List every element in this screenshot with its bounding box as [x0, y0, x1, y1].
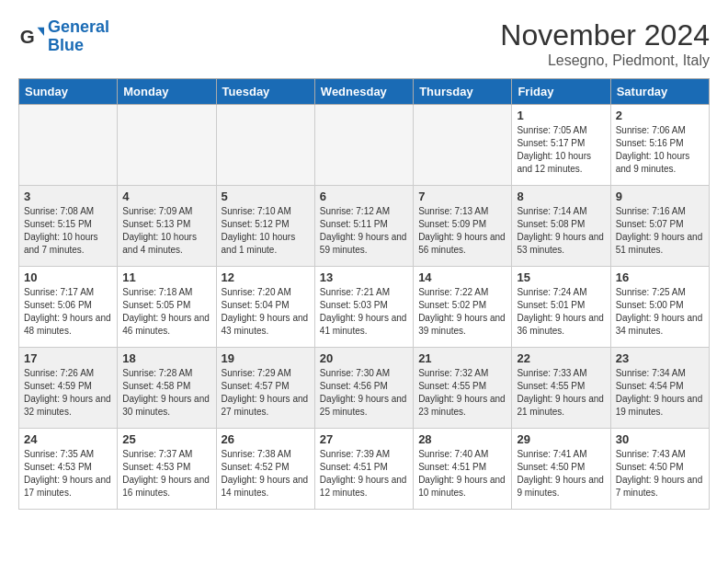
- header: G General Blue November 2024 Lesegno, Pi…: [18, 18, 710, 69]
- day-info: Sunrise: 7:32 AM Sunset: 4:55 PM Dayligh…: [418, 367, 506, 419]
- day-info: Sunrise: 7:34 AM Sunset: 4:54 PM Dayligh…: [616, 367, 704, 419]
- calendar-header-thursday: Thursday: [414, 79, 512, 105]
- day-info: Sunrise: 7:37 AM Sunset: 4:53 PM Dayligh…: [122, 448, 210, 500]
- day-info: Sunrise: 7:29 AM Sunset: 4:57 PM Dayligh…: [222, 367, 310, 419]
- day-info: Sunrise: 7:13 AM Sunset: 5:09 PM Dayligh…: [418, 205, 506, 257]
- day-info: Sunrise: 7:20 AM Sunset: 5:04 PM Dayligh…: [222, 286, 310, 338]
- day-info: Sunrise: 7:12 AM Sunset: 5:11 PM Dayligh…: [320, 205, 408, 257]
- logo: G General Blue: [18, 18, 109, 55]
- svg-marker-1: [38, 28, 44, 36]
- day-info: Sunrise: 7:40 AM Sunset: 4:51 PM Dayligh…: [418, 448, 506, 500]
- calendar-cell: 19Sunrise: 7:29 AM Sunset: 4:57 PM Dayli…: [216, 348, 314, 429]
- day-number: 26: [222, 432, 310, 446]
- day-number: 11: [122, 270, 210, 284]
- calendar-cell: 20Sunrise: 7:30 AM Sunset: 4:56 PM Dayli…: [314, 348, 413, 429]
- day-info: Sunrise: 7:16 AM Sunset: 5:07 PM Dayligh…: [616, 205, 704, 257]
- day-number: 21: [418, 351, 506, 365]
- calendar-cell: [118, 105, 216, 186]
- day-number: 19: [222, 351, 310, 365]
- day-number: 20: [320, 351, 408, 365]
- calendar-cell: 13Sunrise: 7:21 AM Sunset: 5:03 PM Dayli…: [314, 267, 413, 348]
- calendar-cell: 6Sunrise: 7:12 AM Sunset: 5:11 PM Daylig…: [314, 186, 413, 267]
- day-info: Sunrise: 7:18 AM Sunset: 5:05 PM Dayligh…: [122, 286, 210, 338]
- calendar-cell: 7Sunrise: 7:13 AM Sunset: 5:09 PM Daylig…: [414, 186, 512, 267]
- day-info: Sunrise: 7:09 AM Sunset: 5:13 PM Dayligh…: [122, 205, 210, 257]
- calendar-cell: 23Sunrise: 7:34 AM Sunset: 4:54 PM Dayli…: [610, 348, 709, 429]
- day-number: 3: [24, 190, 112, 203]
- calendar-cell: 8Sunrise: 7:14 AM Sunset: 5:08 PM Daylig…: [512, 186, 610, 267]
- calendar-cell: 18Sunrise: 7:28 AM Sunset: 4:58 PM Dayli…: [118, 348, 216, 429]
- day-number: 7: [418, 190, 506, 203]
- day-number: 23: [616, 351, 704, 365]
- day-number: 8: [517, 190, 605, 203]
- day-number: 10: [24, 270, 112, 284]
- calendar-cell: 21Sunrise: 7:32 AM Sunset: 4:55 PM Dayli…: [414, 348, 512, 429]
- day-info: Sunrise: 7:24 AM Sunset: 5:01 PM Dayligh…: [517, 286, 605, 338]
- day-number: 13: [320, 270, 408, 284]
- calendar-cell: 2Sunrise: 7:06 AM Sunset: 5:16 PM Daylig…: [610, 105, 709, 186]
- title-area: November 2024 Lesegno, Piedmont, Italy: [500, 18, 710, 69]
- calendar-cell: 28Sunrise: 7:40 AM Sunset: 4:51 PM Dayli…: [414, 429, 512, 510]
- calendar-cell: 16Sunrise: 7:25 AM Sunset: 5:00 PM Dayli…: [610, 267, 709, 348]
- calendar-cell: 12Sunrise: 7:20 AM Sunset: 5:04 PM Dayli…: [216, 267, 314, 348]
- day-number: 29: [517, 432, 605, 446]
- day-number: 16: [616, 270, 704, 284]
- day-number: 5: [222, 190, 310, 203]
- day-number: 22: [517, 351, 605, 365]
- day-number: 28: [418, 432, 506, 446]
- day-number: 12: [222, 270, 310, 284]
- calendar-cell: 11Sunrise: 7:18 AM Sunset: 5:05 PM Dayli…: [118, 267, 216, 348]
- calendar-header-monday: Monday: [118, 79, 216, 105]
- svg-text:G: G: [20, 25, 35, 46]
- day-number: 17: [24, 351, 112, 365]
- day-info: Sunrise: 7:17 AM Sunset: 5:06 PM Dayligh…: [24, 286, 112, 338]
- calendar-cell: 14Sunrise: 7:22 AM Sunset: 5:02 PM Dayli…: [414, 267, 512, 348]
- calendar-cell: 26Sunrise: 7:38 AM Sunset: 4:52 PM Dayli…: [216, 429, 314, 510]
- calendar-cell: 30Sunrise: 7:43 AM Sunset: 4:50 PM Dayli…: [610, 429, 709, 510]
- day-number: 27: [320, 432, 408, 446]
- location-subtitle: Lesegno, Piedmont, Italy: [500, 52, 710, 69]
- day-number: 2: [616, 109, 704, 122]
- day-info: Sunrise: 7:38 AM Sunset: 4:52 PM Dayligh…: [222, 448, 310, 500]
- calendar-cell: 4Sunrise: 7:09 AM Sunset: 5:13 PM Daylig…: [118, 186, 216, 267]
- calendar-cell: [216, 105, 314, 186]
- day-number: 14: [418, 270, 506, 284]
- month-title: November 2024: [500, 18, 710, 52]
- calendar-cell: 15Sunrise: 7:24 AM Sunset: 5:01 PM Dayli…: [512, 267, 610, 348]
- calendar-cell: [19, 105, 118, 186]
- day-info: Sunrise: 7:22 AM Sunset: 5:02 PM Dayligh…: [418, 286, 506, 338]
- calendar-cell: 3Sunrise: 7:08 AM Sunset: 5:15 PM Daylig…: [19, 186, 118, 267]
- day-number: 15: [517, 270, 605, 284]
- day-number: 1: [517, 109, 605, 122]
- calendar-week-row: 24Sunrise: 7:35 AM Sunset: 4:53 PM Dayli…: [19, 429, 710, 510]
- day-info: Sunrise: 7:28 AM Sunset: 4:58 PM Dayligh…: [122, 367, 210, 419]
- calendar-cell: 27Sunrise: 7:39 AM Sunset: 4:51 PM Dayli…: [314, 429, 413, 510]
- calendar-week-row: 1Sunrise: 7:05 AM Sunset: 5:17 PM Daylig…: [19, 105, 710, 186]
- calendar-cell: 10Sunrise: 7:17 AM Sunset: 5:06 PM Dayli…: [19, 267, 118, 348]
- calendar-header-tuesday: Tuesday: [216, 79, 314, 105]
- day-number: 24: [24, 432, 112, 446]
- logo-text: General Blue: [48, 18, 109, 55]
- day-info: Sunrise: 7:06 AM Sunset: 5:16 PM Dayligh…: [616, 124, 704, 176]
- logo-icon: G: [18, 24, 44, 50]
- day-info: Sunrise: 7:25 AM Sunset: 5:00 PM Dayligh…: [616, 286, 704, 338]
- day-info: Sunrise: 7:21 AM Sunset: 5:03 PM Dayligh…: [320, 286, 408, 338]
- calendar-cell: 9Sunrise: 7:16 AM Sunset: 5:07 PM Daylig…: [610, 186, 709, 267]
- day-info: Sunrise: 7:08 AM Sunset: 5:15 PM Dayligh…: [24, 205, 112, 257]
- day-info: Sunrise: 7:43 AM Sunset: 4:50 PM Dayligh…: [616, 448, 704, 500]
- day-info: Sunrise: 7:39 AM Sunset: 4:51 PM Dayligh…: [320, 448, 408, 500]
- calendar-cell: 24Sunrise: 7:35 AM Sunset: 4:53 PM Dayli…: [19, 429, 118, 510]
- day-number: 4: [122, 190, 210, 203]
- day-info: Sunrise: 7:14 AM Sunset: 5:08 PM Dayligh…: [517, 205, 605, 257]
- day-info: Sunrise: 7:26 AM Sunset: 4:59 PM Dayligh…: [24, 367, 112, 419]
- calendar-week-row: 10Sunrise: 7:17 AM Sunset: 5:06 PM Dayli…: [19, 267, 710, 348]
- day-info: Sunrise: 7:33 AM Sunset: 4:55 PM Dayligh…: [517, 367, 605, 419]
- day-number: 18: [122, 351, 210, 365]
- calendar-header-friday: Friday: [512, 79, 610, 105]
- calendar-cell: 1Sunrise: 7:05 AM Sunset: 5:17 PM Daylig…: [512, 105, 610, 186]
- calendar-week-row: 17Sunrise: 7:26 AM Sunset: 4:59 PM Dayli…: [19, 348, 710, 429]
- calendar-header-wednesday: Wednesday: [314, 79, 413, 105]
- day-number: 30: [616, 432, 704, 446]
- calendar-week-row: 3Sunrise: 7:08 AM Sunset: 5:15 PM Daylig…: [19, 186, 710, 267]
- day-info: Sunrise: 7:10 AM Sunset: 5:12 PM Dayligh…: [222, 205, 310, 257]
